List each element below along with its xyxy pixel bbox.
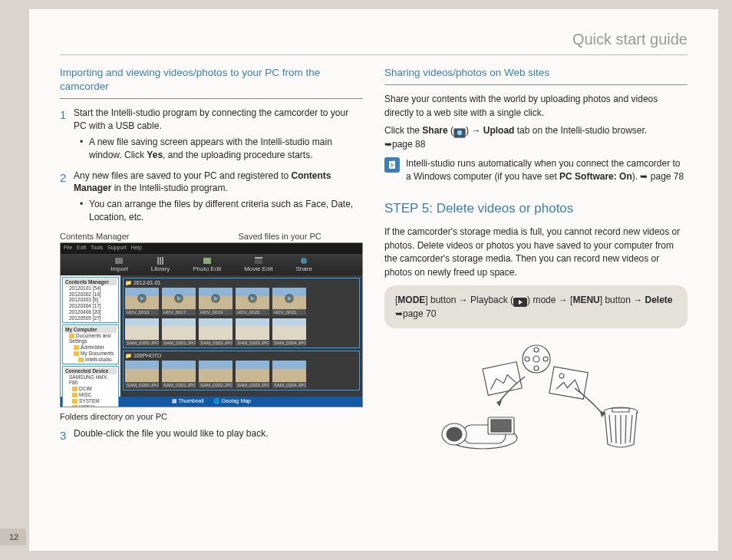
left-column: Importing and viewing videos/photos to y…	[60, 66, 363, 457]
nav-photo-edit: Photo Edit	[193, 257, 221, 272]
thumb-photo: SAM_0203.JPG	[236, 361, 269, 388]
step-2: 2 Any new files are saved to your PC and…	[60, 170, 363, 224]
svg-rect-26	[491, 420, 511, 432]
tree-row: Documents and Settings	[69, 333, 111, 344]
section-divider	[60, 98, 363, 99]
panel-header: My Computer	[64, 326, 117, 333]
svg-rect-16	[483, 362, 522, 396]
ss-panel-contents-manager: Contents Manager 20120101 [54] 20120302 …	[62, 277, 119, 323]
ss-main-area: 📁 2012-01-01 HDV_0016 HDV_0017 HDV_0019 …	[120, 275, 362, 397]
svg-point-24	[447, 427, 462, 441]
label-folders-directory: Folders directory on your PC	[60, 412, 363, 421]
thumb-photo: SAM_0200.JPG	[125, 318, 159, 346]
thumb-video: HDV_0019	[199, 288, 232, 315]
thumb-video: HDV_0017	[162, 288, 196, 315]
svg-rect-3	[162, 257, 163, 265]
header-divider	[60, 54, 687, 55]
playback-icon	[513, 298, 527, 307]
ss-sidebar: Contents Manager 20120101 [54] 20120302 …	[61, 275, 120, 397]
step-1: 1 Start the Intelli-studio program by co…	[60, 107, 363, 161]
text-fragment: Any new files are saved to your PC and r…	[74, 170, 291, 181]
svg-rect-2	[160, 257, 161, 265]
tree-row: SYSTEM	[79, 398, 100, 404]
nav-movie-edit: Movie Edit	[244, 257, 272, 272]
svg-rect-5	[255, 259, 262, 264]
delete-illustration	[384, 342, 687, 457]
svg-marker-19	[496, 400, 502, 407]
bold-mode: MODE	[397, 295, 425, 305]
step-number: 2	[60, 170, 66, 186]
tree-row: SAMSUNG HMX-F80	[64, 374, 117, 387]
panel-header: Connected Device	[64, 367, 117, 374]
delete-action-box: [MODE] button → Playback () mode → [MENU…	[384, 285, 687, 328]
svg-rect-1	[157, 257, 159, 265]
step-3-text: Double-click the file you would like to …	[74, 428, 268, 439]
bold-delete: Delete	[645, 295, 672, 305]
bottom-tab: Thumbnail	[179, 398, 204, 404]
thumb-photo: SAM_0204.JPG	[272, 318, 306, 346]
text-fragment: , and the uploading procedure starts.	[163, 150, 312, 160]
step-1-text: Start the Intelli-studio program by conn…	[74, 107, 348, 131]
tree-row: 20120304 [17]	[64, 303, 117, 309]
bottom-tab: Geotag Map	[221, 398, 251, 404]
ss-topnav: Import Library Photo Edit Movie Edit Sha…	[61, 254, 362, 275]
thumb-photo: SAM_0202.JPG	[199, 318, 232, 346]
tree-row: MISC	[79, 392, 91, 397]
section-title-importing: Importing and viewing videos/photos to y…	[60, 66, 363, 94]
tree-row: My Documents	[81, 351, 114, 356]
label-contents-manager: Contents Manager	[60, 232, 185, 241]
thumb-video: HDV_0021	[272, 288, 306, 315]
ss-strip-photos: 📁 100PHOTO SAM_0200.JPG SAM_0201.JPG SAM…	[123, 351, 360, 390]
svg-point-10	[523, 345, 550, 373]
tree-row: Administer	[81, 344, 104, 350]
section-divider	[384, 84, 687, 85]
note-icon	[384, 157, 400, 173]
tree-row: VIDEO	[79, 404, 94, 407]
tree-row: Intelli-studio	[85, 357, 112, 362]
bold-yes: Yes	[147, 150, 163, 160]
svg-rect-4	[203, 258, 211, 264]
intelli-studio-screenshot: File Edit Tools Support Help Import Libr…	[60, 242, 363, 407]
nav-import: Import	[110, 257, 128, 272]
step-1-bullet: A new file saving screen appears with th…	[80, 136, 363, 162]
step-number: 1	[60, 107, 66, 123]
tree-row: 20120408 [20]	[64, 309, 117, 315]
ss-panel-my-computer: My Computer Documents and Settings Admin…	[62, 324, 119, 364]
note-text: Intelli-studio runs automatically when y…	[406, 157, 687, 183]
tree-row: 20120302 [18]	[64, 292, 117, 298]
thumb-photo: SAM_0200.JPG	[125, 361, 159, 388]
nav-share: Share	[296, 257, 312, 272]
sharing-p1: Share your contents with the world by up…	[384, 93, 687, 120]
section-title-sharing: Sharing videos/photos on Web sites	[384, 66, 687, 80]
right-column: Sharing videos/photos on Web sites Share…	[384, 66, 687, 457]
tree-row: DCIM	[79, 386, 92, 391]
thumb-photo: SAM_0201.JPG	[162, 361, 196, 388]
step5-paragraph: If the camcorder's storage media is full…	[384, 226, 687, 279]
thumb-video: HDV_0020	[236, 288, 269, 315]
nav-library: Library	[151, 257, 170, 272]
strip-header: 2012-01-01	[134, 280, 161, 285]
note-box: Intelli-studio runs automatically when y…	[384, 157, 687, 183]
strip-header: 100PHOTO	[134, 353, 161, 358]
screenshot-top-labels: Contents Manager Saved files in your PC	[60, 232, 363, 241]
page-header-title: Quick start guide	[60, 31, 687, 48]
ss-menubar: File Edit Tools Support Help	[61, 243, 362, 254]
step-3: 3 Double-click the file you would like t…	[60, 427, 363, 440]
sharing-p2: Click the Share () → Upload tab on the I…	[384, 124, 687, 151]
manual-page: Quick start guide Importing and viewing …	[29, 9, 718, 551]
tree-row: 20120303 [8]	[64, 297, 117, 303]
step-number: 3	[60, 427, 66, 443]
tree-row: 20120101 [54]	[64, 285, 117, 292]
ss-strip-videos: 📁 2012-01-01 HDV_0016 HDV_0017 HDV_0019 …	[123, 278, 360, 348]
text-fragment: in the Intelli-studio program.	[111, 183, 227, 193]
share-globe-icon	[453, 128, 466, 138]
thumb-photo: SAM_0204.JPG	[272, 361, 306, 388]
svg-rect-6	[255, 257, 262, 259]
panel-header: Contents Manager	[64, 278, 117, 285]
bold-share: Share	[422, 125, 447, 136]
step-2-bullet: You can arrange the files by different c…	[80, 198, 363, 224]
step5-title: STEP 5: Delete videos or photos	[384, 201, 687, 216]
page-ref: ➥page 88	[384, 139, 425, 150]
thumb-photo: SAM_0201.JPG	[162, 318, 196, 346]
bold-menu: MENU	[572, 295, 599, 305]
